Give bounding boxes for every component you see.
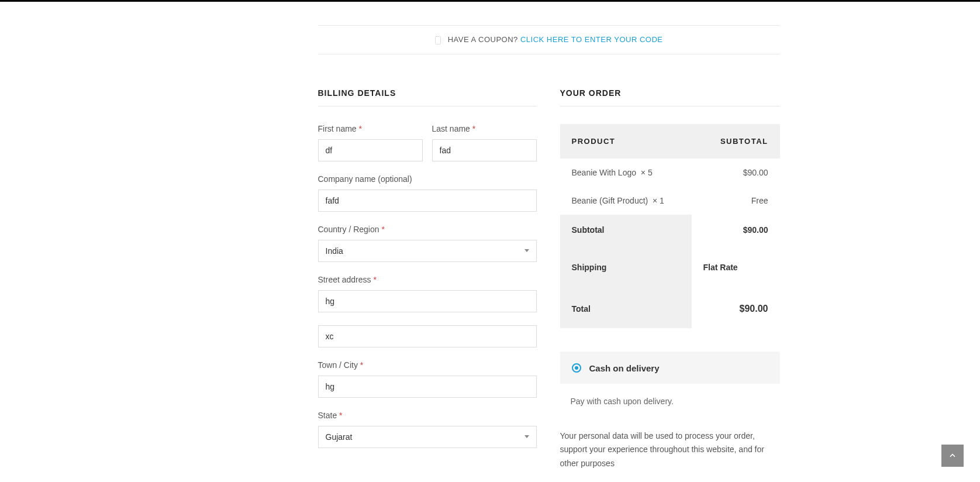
city-input[interactable] [318, 376, 537, 398]
last-name-input[interactable] [432, 139, 537, 161]
top-border [0, 0, 980, 2]
scroll-to-top-button[interactable] [941, 445, 964, 467]
street2-input[interactable] [318, 325, 537, 347]
payment-description: Pay with cash upon delivery. [571, 397, 780, 406]
chevron-down-icon [524, 435, 529, 438]
shipping-value: Flat Rate [692, 245, 780, 290]
chevron-down-icon [524, 249, 529, 252]
payment-method-box: Cash on delivery [560, 352, 780, 384]
coupon-notice: HAVE A COUPON? CLICK HERE TO ENTER YOUR … [318, 25, 780, 54]
subtotal-value: $90.00 [692, 215, 780, 245]
shipping-label: Shipping [560, 245, 692, 290]
order-item-row: Beanie With Logo × 5 $90.00 [560, 159, 780, 187]
state-label: State * [318, 411, 537, 420]
state-value: Gujarat [326, 432, 353, 442]
billing-heading: BILLING DETAILS [318, 88, 537, 106]
company-input[interactable] [318, 190, 537, 212]
street-label: Street address * [318, 275, 537, 284]
coupon-prompt: HAVE A COUPON? [448, 35, 518, 44]
street1-input[interactable] [318, 290, 537, 312]
total-value: $90.00 [692, 290, 780, 328]
privacy-note: Your personal data will be used to proce… [560, 429, 780, 471]
order-heading: YOUR ORDER [560, 88, 780, 106]
first-name-label: First name * [318, 124, 423, 133]
col-product: PRODUCT [560, 124, 692, 159]
order-table: PRODUCT SUBTOTAL Beanie With Logo × 5 $9… [560, 124, 780, 328]
company-label: Company name (optional) [318, 174, 537, 184]
radio-checked-icon [572, 363, 581, 373]
order-item-row: Beanie (Gift Product) × 1 Free [560, 187, 780, 215]
first-name-input[interactable] [318, 139, 423, 161]
country-select[interactable]: India [318, 240, 537, 262]
state-select[interactable]: Gujarat [318, 426, 537, 448]
coupon-tag-icon [435, 36, 441, 44]
city-label: Town / City * [318, 360, 537, 370]
coupon-link[interactable]: CLICK HERE TO ENTER YOUR CODE [520, 35, 663, 44]
country-value: India [326, 246, 343, 256]
col-subtotal: SUBTOTAL [692, 124, 780, 159]
country-label: Country / Region * [318, 225, 537, 234]
total-label: Total [560, 290, 692, 328]
subtotal-label: Subtotal [560, 215, 692, 245]
last-name-label: Last name * [432, 124, 537, 133]
payment-method-option[interactable]: Cash on delivery [572, 363, 768, 373]
chevron-up-icon [948, 452, 957, 460]
